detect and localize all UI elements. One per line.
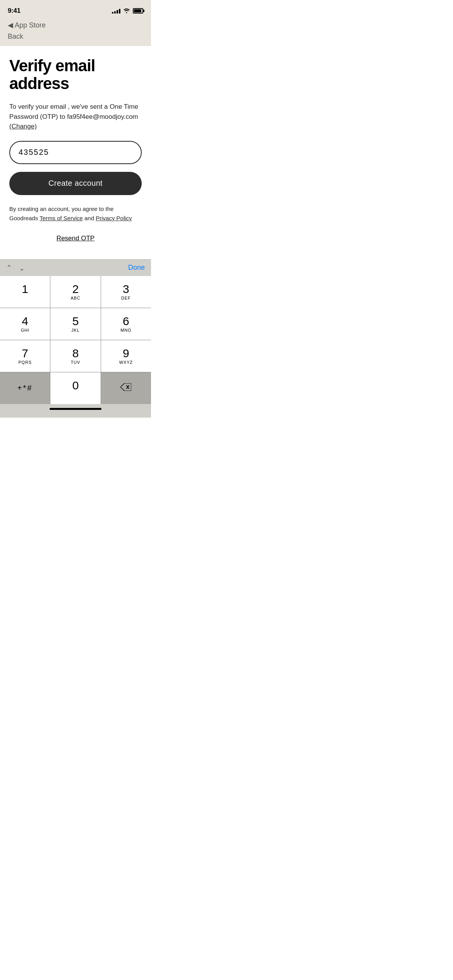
key-1[interactable]: 1	[0, 276, 50, 308]
key-5-number: 5	[72, 315, 79, 327]
keyboard: 1 2 ABC 3 DEF 4 GHI 5 JKL 6 MNO 7 PQRS 8…	[0, 276, 151, 404]
terms-of-service-link[interactable]: Terms of Service	[39, 215, 83, 221]
privacy-policy-link[interactable]: Privacy Policy	[96, 215, 132, 221]
status-time: 9:41	[8, 7, 21, 15]
key-9-letters: WXYZ	[119, 360, 133, 365]
otp-input[interactable]	[9, 141, 142, 164]
key-4[interactable]: 4 GHI	[0, 308, 50, 340]
status-icons	[112, 8, 143, 14]
main-content: Verify email address To verify your emai…	[0, 46, 151, 259]
status-bar: 9:41	[0, 0, 151, 19]
key-8-letters: TUV	[71, 360, 80, 365]
terms-text: By creating an account, you agree to the…	[9, 204, 142, 223]
change-link[interactable]: (Change)	[9, 123, 37, 130]
otp-input-container	[9, 141, 142, 164]
key-5[interactable]: 5 JKL	[50, 308, 100, 340]
key-8-number: 8	[72, 348, 79, 359]
terms-text-part2: and	[83, 215, 96, 221]
key-2-letters: ABC	[70, 296, 80, 300]
key-0-letters	[75, 392, 76, 397]
battery-icon	[133, 8, 143, 14]
key-6-letters: MNO	[120, 328, 131, 332]
key-8[interactable]: 8 TUV	[50, 340, 100, 372]
nav-bar: ◀ App Store Back	[0, 19, 151, 46]
key-3[interactable]: 3 DEF	[101, 276, 151, 308]
description-text: To verify your email , we've sent a One …	[9, 102, 142, 132]
key-7[interactable]: 7 PQRS	[0, 340, 50, 372]
description-part1: To verify your email , we've sent a One …	[9, 103, 138, 120]
key-7-letters: PQRS	[18, 360, 31, 365]
key-6-number: 6	[123, 315, 129, 327]
key-2[interactable]: 2 ABC	[50, 276, 100, 308]
back-chevron-icon: ◀	[8, 21, 13, 29]
key-2-number: 2	[72, 283, 79, 295]
resend-otp-link[interactable]: Resend OTP	[57, 235, 94, 242]
page-title: Verify email address	[9, 57, 142, 93]
key-3-letters: DEF	[121, 296, 130, 300]
app-store-label: App Store	[15, 21, 46, 29]
signal-icon	[112, 8, 120, 14]
key-7-number: 7	[22, 348, 28, 359]
key-1-letters	[24, 296, 26, 300]
key-0[interactable]: 0	[50, 372, 100, 404]
home-indicator	[0, 404, 151, 418]
keyboard-down-chevron[interactable]: ⌃	[19, 264, 25, 272]
key-4-number: 4	[22, 315, 28, 327]
create-account-button[interactable]: Create account	[9, 172, 142, 195]
back-button[interactable]: ◀ App Store	[8, 21, 143, 29]
key-3-number: 3	[123, 283, 129, 295]
key-9[interactable]: 9 WXYZ	[101, 340, 151, 372]
key-5-letters: JKL	[71, 328, 79, 332]
resend-container: Resend OTP	[9, 235, 142, 242]
back-link[interactable]: Back	[8, 33, 143, 41]
delete-icon	[120, 383, 131, 393]
key-1-number: 1	[22, 283, 28, 295]
key-0-number: 0	[72, 380, 79, 391]
keyboard-toolbar: ⌃ ⌃ Done	[0, 259, 151, 276]
key-delete[interactable]	[101, 372, 151, 404]
key-symbols-label: +*#	[17, 384, 33, 392]
wifi-icon	[123, 8, 130, 14]
keyboard-done-button[interactable]: Done	[128, 264, 145, 272]
key-9-number: 9	[123, 348, 129, 359]
key-6[interactable]: 6 MNO	[101, 308, 151, 340]
keyboard-nav: ⌃ ⌃	[6, 264, 25, 272]
home-bar	[50, 408, 101, 410]
key-symbols[interactable]: +*#	[0, 372, 50, 404]
keyboard-up-chevron[interactable]: ⌃	[6, 264, 12, 272]
key-4-letters: GHI	[21, 328, 29, 332]
